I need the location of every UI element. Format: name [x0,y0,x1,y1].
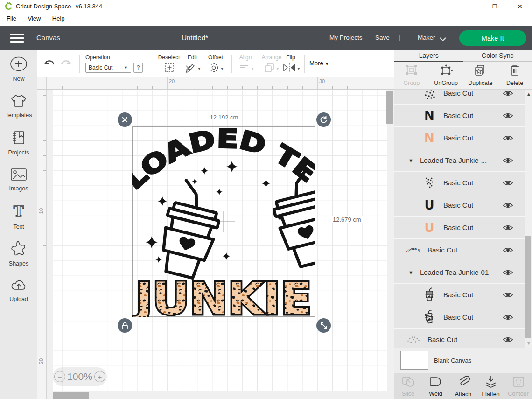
selection-height-label: 12.679 cm [331,216,363,223]
visibility-toggle-icon[interactable] [503,135,513,141]
more-button[interactable]: More ▼ [309,60,329,67]
visibility-toggle-icon[interactable] [503,202,513,209]
visibility-toggle-icon[interactable] [503,157,513,164]
flip-label: Flip [284,54,298,61]
zoom-out-button[interactable]: − [54,371,65,382]
layer-row[interactable]: UBasic Cut [394,217,525,239]
sidebar-item-label: Images [9,185,28,192]
sidebar-item-templates[interactable]: Templates [0,87,37,124]
sidebar-item-images[interactable]: Images [0,161,37,198]
layer-row[interactable]: Basic Cut [394,306,525,329]
layer-row[interactable]: NBasic Cut [394,105,525,127]
attach-button[interactable]: Attach [449,373,477,399]
minimize-icon[interactable]: – [462,1,476,12]
lock-handle[interactable] [118,318,132,333]
machine-select[interactable]: Maker [418,34,435,41]
layer-row[interactable]: NBasic Cut [394,127,525,149]
visibility-toggle-icon[interactable] [503,112,513,119]
flip-caret-icon[interactable]: ▼ [297,67,301,71]
layer-group-row[interactable]: ▼Loaded Tea Junkie-01 [394,261,525,284]
ruler-tick [152,86,153,89]
layers-scrollbar-thumb[interactable] [525,236,531,338]
delete-button[interactable]: Delete [497,62,532,89]
duplicate-button[interactable]: Duplicate [463,62,498,89]
flip-icon[interactable] [283,63,296,73]
document-title[interactable]: Untitled* [154,34,236,42]
undo-icon[interactable] [43,59,56,70]
sidebar-item-new[interactable]: New [0,50,37,87]
toolbar-divider [304,55,305,73]
offset-icon[interactable] [209,63,219,73]
sidebar-item-upload[interactable]: Upload [0,272,37,308]
layer-row[interactable]: Basic Cut [394,329,525,348]
menu-view[interactable]: View [25,13,43,24]
visibility-toggle-icon[interactable] [503,180,513,186]
caret-down-icon[interactable]: ▼ [408,158,413,163]
visibility-toggle-icon[interactable] [503,247,513,253]
menu-help[interactable]: Help [49,13,68,24]
svg-text:LOADED TEA: LOADED TEA [406,245,420,252]
layer-group-row[interactable]: ▼Loaded Tea Junkie-... [394,149,525,172]
visibility-toggle-icon[interactable] [503,90,513,97]
deselect-icon[interactable] [164,63,175,73]
canvas-vertical-scrollbar[interactable] [386,91,393,124]
new-plus-icon [10,56,28,74]
operation-help-button[interactable]: ? [133,63,143,73]
app-header: Canvas Untitled* My Projects Save | Make… [0,26,532,50]
visibility-toggle-icon[interactable] [503,224,513,231]
maximize-icon[interactable]: ☐ [488,1,502,12]
redo-icon[interactable] [60,59,72,70]
sidebar-item-shapes[interactable]: Shapes [0,235,37,272]
sidebar-item-text[interactable]: T Text [0,198,37,235]
layer-list: Basic CutNBasic CutNBasic Cut▼Loaded Tea… [394,90,525,348]
layer-row[interactable]: Basic Cut [394,284,525,306]
layer-row[interactable]: Basic Cut [394,90,525,105]
hamburger-menu-icon[interactable] [10,34,24,42]
layers-scroll-down-icon[interactable]: ▼ [525,341,532,346]
tab-layers[interactable]: Layers [394,50,463,61]
offset-caret-icon[interactable]: ▼ [220,67,224,71]
visibility-toggle-icon[interactable] [503,336,513,343]
chevron-down-icon[interactable] [440,37,446,41]
menu-file[interactable]: File [4,13,19,24]
flatten-button[interactable]: Flatten [477,373,504,399]
ruler-tick [43,170,46,171]
arrange-label: Arrange [259,54,284,61]
operation-select[interactable]: Basic Cut▼ [85,63,131,73]
visibility-toggle-icon[interactable] [503,314,513,321]
ungroup-button[interactable]: UnGroup [429,62,463,89]
visibility-toggle-icon[interactable] [503,292,513,298]
loaded-tea-junkie-design[interactable]: LOADED TEA JUNKIE [132,126,315,317]
canvas-horizontal-scrollbar[interactable] [53,392,89,399]
layers-scroll-up-icon[interactable]: ▲ [525,91,532,97]
tab-color-sync[interactable]: Color Sync [463,50,532,61]
resize-handle[interactable] [316,318,331,333]
weld-button[interactable]: Weld [422,373,449,399]
blank-canvas-row[interactable]: Blank Canvas [394,348,532,373]
make-it-button[interactable]: Make It [459,30,526,46]
delete-handle[interactable] [118,112,132,127]
loaded-tea-arc-thumbnail: LOADED TEA [406,245,420,255]
layer-row[interactable]: Basic Cut [394,172,525,194]
star-icon [10,240,28,259]
my-projects-link[interactable]: My Projects [329,34,363,41]
cup-tilted-thumbnail [422,310,436,325]
edit-caret-icon[interactable]: ▼ [197,67,201,71]
sidebar-item-projects[interactable]: Projects [0,124,37,161]
layer-row[interactable]: UBasic Cut [394,194,525,217]
ruler-tick [43,201,46,201]
ruler-tick [43,321,46,321]
layer-row[interactable]: LOADED TEABasic Cut [394,239,525,261]
caret-down-icon[interactable]: ▼ [408,270,413,275]
close-icon[interactable]: ✕ [513,1,527,12]
ruler-tick [43,336,46,336]
blank-canvas-swatch[interactable] [400,351,428,370]
zoom-in-button[interactable]: + [94,371,105,382]
save-link[interactable]: Save [375,34,390,41]
flatten-icon [484,375,498,390]
rotate-handle[interactable] [316,112,331,127]
canvas-nav-label[interactable]: Canvas [36,34,60,42]
ruler-tick [43,231,46,231]
visibility-toggle-icon[interactable] [503,269,513,276]
edit-pencil-icon[interactable] [185,63,196,73]
